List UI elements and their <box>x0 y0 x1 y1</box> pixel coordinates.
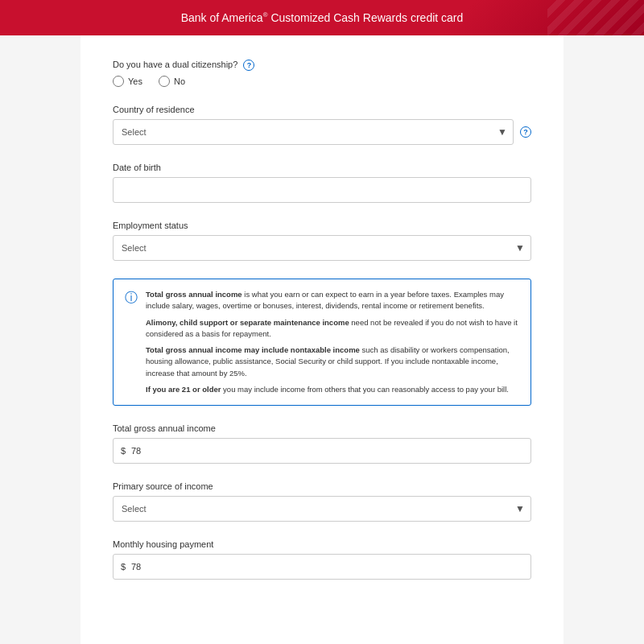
date-of-birth-label: Date of birth <box>113 163 531 172</box>
total-income-input[interactable] <box>113 438 531 464</box>
info-line4: If you are 21 or older you may include i… <box>146 384 519 395</box>
dual-citizenship-text: Do you have a dual citizenship? <box>113 60 237 69</box>
no-radio-text: No <box>174 76 185 86</box>
primary-income-select[interactable]: Select <box>113 496 531 522</box>
info-line2: Alimony, child support or separate maint… <box>146 317 519 341</box>
monthly-housing-input[interactable] <box>113 554 531 580</box>
country-select-wrapper: Select ▼ <box>113 119 514 145</box>
dual-citizenship-label: Do you have a dual citizenship? ? <box>113 60 531 71</box>
monthly-housing-currency-wrapper: $ <box>113 554 531 580</box>
employment-status-label: Employment status <box>113 221 531 230</box>
date-of-birth-input[interactable] <box>113 177 531 203</box>
primary-income-label-text: Primary source of income <box>113 481 213 491</box>
dual-citizenship-radio-group: Yes No <box>113 76 531 87</box>
card-name: Customized Cash Rewards credit card <box>268 11 464 24</box>
monthly-housing-label-text: Monthly housing payment <box>113 539 213 549</box>
primary-income-label: Primary source of income <box>113 481 531 491</box>
header-title: Bank of America® Customized Cash Rewards… <box>181 11 464 24</box>
dual-citizenship-section: Do you have a dual citizenship? ? Yes No <box>113 60 531 87</box>
yes-radio-text: Yes <box>128 76 142 86</box>
country-label-text: Country of residence <box>113 105 195 114</box>
date-label-text: Date of birth <box>113 163 161 172</box>
employment-status-section: Employment status Select ▼ <box>113 221 531 261</box>
yes-radio-input[interactable] <box>113 76 124 87</box>
info-circle-icon: ⓘ <box>125 290 138 395</box>
total-income-currency-wrapper: $ <box>113 438 531 464</box>
bank-name: Bank of America <box>181 11 263 24</box>
monthly-housing-currency-symbol: $ <box>121 562 126 572</box>
no-radio-label[interactable]: No <box>159 76 185 87</box>
no-radio-input[interactable] <box>159 76 170 87</box>
primary-income-select-wrapper: Select ▼ <box>113 496 531 522</box>
total-income-section: Total gross annual income $ <box>113 423 531 464</box>
employment-select[interactable]: Select <box>113 235 531 261</box>
total-income-currency-symbol: $ <box>121 446 126 456</box>
country-select[interactable]: Select <box>113 119 514 145</box>
page-header: Bank of America® Customized Cash Rewards… <box>0 0 644 35</box>
main-content: Do you have a dual citizenship? ? Yes No… <box>80 35 564 644</box>
primary-income-section: Primary source of income Select ▼ <box>113 481 531 522</box>
yes-radio-label[interactable]: Yes <box>113 76 142 87</box>
employment-label-text: Employment status <box>113 221 188 230</box>
income-info-text: Total gross annual income is what you ea… <box>146 289 519 395</box>
info-line3: Total gross annual income may include no… <box>146 345 519 379</box>
income-info-box: ⓘ Total gross annual income is what you … <box>113 279 531 406</box>
country-help-icon[interactable]: ? <box>520 126 531 138</box>
monthly-housing-label: Monthly housing payment <box>113 539 531 549</box>
total-income-label-text: Total gross annual income <box>113 423 216 433</box>
country-of-residence-label: Country of residence <box>113 105 531 114</box>
employment-select-wrapper: Select ▼ <box>113 235 531 261</box>
monthly-housing-section: Monthly housing payment $ <box>113 539 531 580</box>
dual-citizenship-help-icon[interactable]: ? <box>243 60 254 71</box>
total-income-label: Total gross annual income <box>113 423 531 433</box>
country-of-residence-section: Country of residence Select ▼ ? <box>113 105 531 145</box>
date-of-birth-section: Date of birth <box>113 163 531 203</box>
info-line1: Total gross annual income is what you ea… <box>146 289 519 312</box>
